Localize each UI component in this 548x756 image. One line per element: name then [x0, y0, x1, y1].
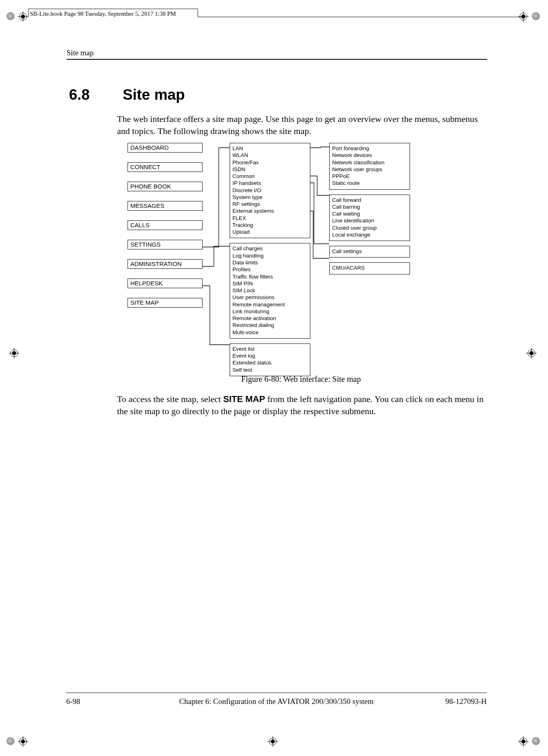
list-item[interactable]: Call barring	[332, 203, 407, 210]
access-bold: SITE MAP	[223, 394, 265, 404]
list-item[interactable]: WLAN	[232, 152, 307, 159]
settings-submenu-box: LAN WLAN Phone/Fax ISDN Common IP handse…	[230, 143, 310, 238]
list-item[interactable]: IP handsets	[232, 180, 307, 186]
section-title: Site map	[123, 86, 185, 103]
list-item[interactable]: Call settings	[332, 248, 407, 255]
list-item[interactable]: LAN	[232, 145, 307, 152]
printer-disc	[532, 12, 540, 20]
access-pre: To access the site map, select	[117, 394, 223, 404]
figure-caption: Figure 6-80: Web interface: Site map	[117, 375, 485, 384]
helpdesk-submenu-box: Event list Event log Extended status Sel…	[230, 343, 310, 376]
list-item[interactable]: Network devices	[332, 152, 407, 159]
list-item[interactable]: FLEX	[232, 215, 307, 222]
iphandsets-submenu-box: Call settings	[329, 246, 410, 258]
menu-settings[interactable]: SETTINGS	[128, 240, 203, 249]
list-item[interactable]: User permissions	[232, 294, 307, 301]
list-item[interactable]: RF settings	[232, 201, 307, 207]
sitemap-figure: DASHBOARD CONNECT PHONE BOOK MESSAGES CA…	[128, 143, 483, 369]
list-item[interactable]: Port forwarding	[332, 145, 407, 152]
menu-connect[interactable]: CONNECT	[128, 162, 203, 172]
svg-point-22	[271, 739, 275, 743]
footer-docnum: 98-127093-H	[446, 697, 487, 706]
list-item[interactable]: Remote management	[232, 301, 307, 308]
list-item[interactable]: Line identification	[332, 217, 407, 224]
slug-text: SB-Lite.book Page 98 Tuesday, September …	[30, 10, 176, 17]
menu-administration[interactable]: ADMINISTRATION	[128, 259, 203, 269]
crop-mark-icon	[18, 736, 28, 747]
printer-disc	[532, 737, 540, 745]
list-item[interactable]: External systems	[232, 207, 307, 214]
list-item[interactable]: Traffic flow filters	[232, 273, 307, 280]
list-item[interactable]: System type	[232, 194, 307, 201]
crop-mark-icon	[526, 348, 537, 358]
crop-mark-icon	[9, 348, 19, 358]
list-item[interactable]: Link monitoring	[232, 308, 307, 315]
svg-point-26	[521, 739, 525, 743]
footer-chapter: Chapter 6: Configuration of the AVIATOR …	[66, 697, 487, 706]
list-item[interactable]: Call waiting	[332, 210, 407, 217]
list-item[interactable]: Profiles	[232, 266, 307, 273]
list-item[interactable]: Local exchange	[332, 231, 407, 238]
list-item[interactable]: Self test	[232, 366, 307, 373]
administration-submenu-box: Call charges Log handling Data limits Pr…	[230, 243, 310, 338]
list-item[interactable]: CMU/ACARS	[332, 264, 407, 271]
access-paragraph: To access the site map, select SITE MAP …	[117, 393, 485, 417]
list-item[interactable]: Restricted dialing	[232, 322, 307, 329]
list-item[interactable]: Event log	[232, 352, 307, 359]
list-item[interactable]: Extended status	[232, 359, 307, 366]
svg-point-14	[529, 351, 533, 355]
menu-helpdesk[interactable]: HELPDESK	[128, 279, 203, 288]
menu-site-map[interactable]: SITE MAP	[128, 298, 203, 308]
crop-mark-icon	[268, 736, 278, 747]
list-item[interactable]: Phone/Fax	[232, 159, 307, 166]
printer-disc	[6, 737, 15, 745]
list-item[interactable]: Call charges	[232, 245, 307, 252]
list-item[interactable]: Static route	[332, 180, 407, 186]
header-rule	[67, 59, 487, 60]
list-item[interactable]: Data limits	[232, 259, 307, 266]
external-systems-submenu-box: CMU/ACARS	[329, 262, 410, 274]
svg-point-18	[21, 739, 25, 743]
list-item[interactable]: SIM Lock	[232, 287, 307, 294]
section-number: 6.8	[69, 86, 90, 103]
list-item[interactable]: Tracking	[232, 222, 307, 228]
list-item[interactable]: Common	[232, 173, 307, 180]
list-item[interactable]: PPPoE	[332, 173, 407, 180]
menu-dashboard[interactable]: DASHBOARD	[128, 143, 203, 153]
list-item[interactable]: Log handling	[232, 252, 307, 259]
list-item[interactable]: Discrete I/O	[232, 187, 307, 194]
list-item[interactable]: Network user groups	[332, 166, 407, 173]
list-item[interactable]: Multi-voice	[232, 329, 307, 336]
list-item[interactable]: Call forward	[332, 197, 407, 203]
list-item[interactable]: Closed user group	[332, 224, 407, 231]
list-item[interactable]: Upload	[232, 228, 307, 235]
menu-calls[interactable]: CALLS	[128, 220, 203, 230]
running-head: Site map	[67, 48, 94, 57]
common-submenu-box: Call forward Call barring Call waiting L…	[329, 195, 410, 241]
list-item[interactable]: Network classification	[332, 159, 407, 166]
list-item[interactable]: SIM PIN	[232, 280, 307, 287]
svg-point-10	[12, 351, 16, 355]
menu-phone-book[interactable]: PHONE BOOK	[128, 182, 203, 191]
list-item[interactable]: ISDN	[232, 166, 307, 173]
lan-submenu-box: Port forwarding Network devices Network …	[329, 143, 410, 190]
printer-disc	[6, 12, 15, 20]
menu-messages[interactable]: MESSAGES	[128, 201, 203, 211]
menu-column: DASHBOARD CONNECT PHONE BOOK MESSAGES CA…	[128, 143, 203, 317]
list-item[interactable]: Event list	[232, 346, 307, 352]
footer-rule	[66, 693, 487, 693]
intro-paragraph: The web interface offers a site map page…	[117, 113, 485, 137]
crop-mark-icon	[518, 736, 529, 747]
list-item[interactable]: Remote activation	[232, 315, 307, 322]
